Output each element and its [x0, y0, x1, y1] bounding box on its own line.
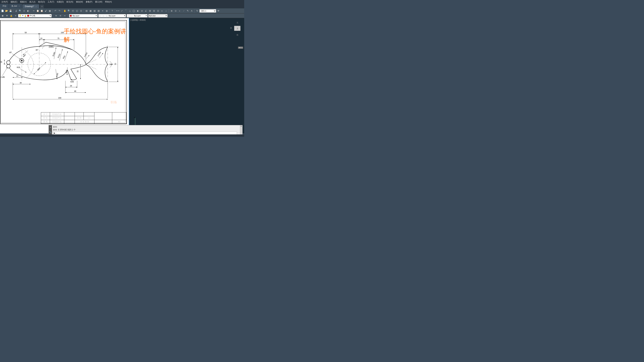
- dim-edit-icon[interactable]: ✎: [186, 9, 190, 13]
- new-icon[interactable]: 📄: [1, 9, 4, 13]
- inspect-icon[interactable]: ⟐: [178, 9, 182, 13]
- cut-icon[interactable]: ✂: [32, 9, 36, 13]
- preview-icon[interactable]: 🔍: [18, 9, 22, 13]
- viewcube-top-face[interactable]: 上: [234, 26, 240, 31]
- dim-quick-icon[interactable]: ⊞: [148, 9, 152, 13]
- color-dropdown[interactable]: ByLayer▾: [69, 14, 98, 17]
- command-input[interactable]: ▶ -: [53, 132, 237, 135]
- paste-icon[interactable]: 📋: [40, 9, 44, 13]
- open-icon[interactable]: 📂: [5, 9, 8, 13]
- props-icon[interactable]: ▤: [85, 9, 88, 13]
- model-viewport-left[interactable]: 手绘找圆心-鱼的案例讲解 职场: [0, 18, 129, 133]
- dim-jog-icon[interactable]: ◐: [136, 9, 140, 13]
- menu-window[interactable]: 窗口(W): [95, 0, 102, 3]
- new-tab-button[interactable]: +: [40, 5, 44, 8]
- save-icon[interactable]: 💾: [9, 9, 12, 13]
- dim-space-icon[interactable]: ⟛: [160, 9, 164, 13]
- dim-dia-icon[interactable]: ⊘: [140, 9, 144, 13]
- print-icon[interactable]: 🖨: [14, 9, 18, 13]
- svg-line-52: [20, 69, 26, 72]
- menu-dim[interactable]: 标注(N): [66, 0, 73, 3]
- layer-lock-icon[interactable]: 🔒: [10, 14, 13, 17]
- center-icon[interactable]: ⊙: [174, 9, 178, 13]
- menu-modify[interactable]: 修改(M): [76, 0, 83, 3]
- layer-state-icon[interactable]: ◉: [1, 14, 4, 17]
- menu-format[interactable]: 格式(O): [38, 0, 45, 3]
- viewcube[interactable]: 北 西 南 上: [232, 23, 243, 34]
- dim-base-icon[interactable]: ⊟: [152, 9, 156, 13]
- layer-mgr-icon[interactable]: ≡: [14, 14, 18, 17]
- dim-tedit-icon[interactable]: A: [190, 9, 194, 13]
- clean-icon[interactable]: ◍: [105, 9, 108, 13]
- dimstyle-mgr-icon[interactable]: ⚒: [216, 9, 220, 13]
- dim-arc-icon[interactable]: ⌒: [124, 9, 128, 13]
- close-icon[interactable]: ✕: [18, 5, 20, 7]
- tab-start[interactable]: 开始: [0, 4, 9, 8]
- publish-icon[interactable]: ⎙: [22, 9, 26, 13]
- dim-ord-icon[interactable]: ⊥: [128, 9, 132, 13]
- tab-drawing1[interactable]: Drawing1*✕: [22, 4, 39, 8]
- plotcolor-dropdown[interactable]: ByColor▾: [148, 14, 168, 17]
- viewport-label[interactable]: [+][俯视][二维线框]: [130, 19, 146, 21]
- jog-line-icon[interactable]: ⟋: [182, 9, 186, 13]
- menu-edit[interactable]: 编辑(E): [10, 0, 17, 3]
- cmd-history-1: 命令:: [53, 125, 239, 128]
- tolerance-icon[interactable]: ⊕: [170, 9, 174, 13]
- menu-insert[interactable]: 插入(I): [29, 0, 35, 3]
- wcs-badge[interactable]: WCS: [238, 46, 243, 49]
- cmdline-close-icon[interactable]: ✕: [49, 125, 52, 130]
- undo-icon[interactable]: ↶: [54, 9, 57, 13]
- svg-text:R48: R48: [50, 45, 53, 48]
- zoom-ext-icon[interactable]: ⊡: [79, 9, 83, 13]
- zoom-window-icon[interactable]: ◰: [71, 9, 75, 13]
- dim-radius-icon[interactable]: ◯: [132, 9, 136, 13]
- cmdline-config-icon[interactable]: 🔧: [49, 130, 52, 135]
- pan-icon[interactable]: ✋: [63, 9, 67, 13]
- close-icon[interactable]: ✕: [36, 5, 37, 7]
- command-line[interactable]: ✕ 🔧 命令: 命令: E ERASE 找到 1 个 ▶ - ▲: [49, 125, 242, 134]
- dim-break-icon[interactable]: ⫠: [164, 9, 168, 13]
- zoom-prev-icon[interactable]: ◱: [75, 9, 79, 13]
- tool-pal-icon[interactable]: ▧: [93, 9, 96, 13]
- layers-icon[interactable]: ≡: [101, 9, 104, 13]
- sheet-icon[interactable]: ▦: [89, 9, 92, 13]
- menu-file[interactable]: 文件(F): [1, 0, 8, 3]
- match-icon[interactable]: 🖌: [44, 9, 48, 13]
- menu-tools[interactable]: 工具(T): [48, 0, 54, 3]
- zoom-icon[interactable]: 🔍: [67, 9, 71, 13]
- menu-draw[interactable]: 绘图(D): [57, 0, 64, 3]
- menu-view[interactable]: 视图(V): [20, 0, 27, 3]
- dim-ang-icon[interactable]: ∠: [144, 9, 148, 13]
- dim-cont-icon[interactable]: ⊡: [156, 9, 160, 13]
- viewcube-south[interactable]: 南: [236, 34, 238, 36]
- cmdline-scroll-up[interactable]: ▲: [240, 125, 242, 134]
- svg-line-48: [2, 67, 8, 76]
- svg-text:10: 10: [0, 61, 2, 63]
- dim-aligned-icon[interactable]: ⤢: [120, 9, 124, 13]
- lineweight-dropdown[interactable]: ———ByLayer▾: [126, 14, 148, 17]
- block-icon[interactable]: ▦: [48, 9, 52, 13]
- dim-update-icon[interactable]: ↻: [196, 9, 199, 13]
- tab-fish[interactable]: 鱼.dwt✕: [9, 4, 22, 8]
- dimstyle-dropdown[interactable]: GB1-1: [200, 9, 216, 12]
- svg-text:30°: 30°: [36, 49, 38, 51]
- status-bar: [0, 134, 244, 137]
- model-viewport-right[interactable]: [+][俯视][二维线框] 北 西 南 上 WCS Y: [129, 18, 244, 133]
- linetype-dropdown[interactable]: — · — · —ByLayer▾: [98, 14, 126, 17]
- copy-icon[interactable]: 📋: [36, 9, 40, 13]
- help-icon[interactable]: ?: [110, 9, 114, 13]
- calc-icon[interactable]: ▨: [97, 9, 100, 13]
- viewcube-north[interactable]: 北: [236, 21, 238, 24]
- layer-freeze-icon[interactable]: ❄: [5, 14, 9, 17]
- svg-text:21: 21: [16, 75, 18, 77]
- dim-linear-icon[interactable]: ⟷: [116, 9, 120, 13]
- menu-param[interactable]: 参数(P): [86, 0, 92, 3]
- share-icon[interactable]: ◧: [26, 9, 30, 13]
- layer-dropdown[interactable]: 💡 ☀ 🔓 中心线 ▾: [18, 14, 52, 17]
- layer-match-icon[interactable]: ≍: [63, 14, 66, 17]
- redo-icon[interactable]: ↷: [58, 9, 61, 13]
- layer-prev-icon[interactable]: ≋: [54, 14, 58, 17]
- viewcube-west[interactable]: 西: [230, 27, 232, 29]
- menu-help[interactable]: 帮助(H): [105, 0, 112, 3]
- layer-iso-icon[interactable]: ≌: [58, 14, 62, 17]
